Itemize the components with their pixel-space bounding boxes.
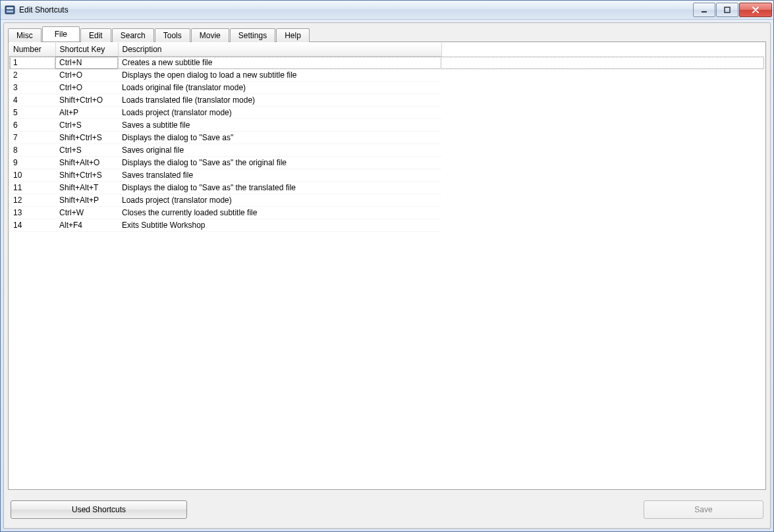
cell-description: Loads original file (translator mode) xyxy=(118,82,441,94)
cell-description: Loads project (translator mode) xyxy=(118,194,441,207)
column-header-shortcut[interactable]: Shortcut Key xyxy=(55,43,118,57)
cell-description: Creates a new subtitle file xyxy=(118,57,441,69)
cell-number: 14 xyxy=(9,219,55,232)
cell-shortcut: Ctrl+N xyxy=(55,57,118,69)
tab-panel: Number Shortcut Key Description 1Ctrl+NC… xyxy=(8,41,766,490)
cell-number: 9 xyxy=(9,157,55,169)
cell-number: 1 xyxy=(9,57,55,69)
cell-number: 6 xyxy=(9,119,55,132)
cell-description: Saves translated file xyxy=(118,169,441,182)
cell-shortcut: Ctrl+O xyxy=(55,82,118,94)
table-row[interactable]: 6Ctrl+SSaves a subtitle file xyxy=(9,119,765,132)
cell-number: 10 xyxy=(9,169,55,182)
table-row[interactable]: 9Shift+Alt+ODisplays the dialog to "Save… xyxy=(9,157,765,169)
table-row[interactable]: 4Shift+Ctrl+OLoads translated file (tran… xyxy=(9,94,765,107)
used-shortcuts-button[interactable]: Used Shortcuts xyxy=(11,500,187,519)
cell-description: Closes the currently loaded subtitle fil… xyxy=(118,207,441,219)
cell-number: 11 xyxy=(9,182,55,194)
table-row[interactable]: 1Ctrl+NCreates a new subtitle file xyxy=(9,57,765,69)
svg-rect-2 xyxy=(7,11,13,13)
cell-description: Saves a subtitle file xyxy=(118,119,441,132)
close-button[interactable] xyxy=(739,3,772,17)
cell-number: 4 xyxy=(9,94,55,107)
cell-description: Displays the dialog to "Save as" xyxy=(118,132,441,144)
cell-shortcut: Alt+P xyxy=(55,107,118,119)
table-row[interactable]: 13Ctrl+WCloses the currently loaded subt… xyxy=(9,207,765,219)
cell-description: Loads project (translator mode) xyxy=(118,107,441,119)
shortcuts-grid[interactable]: Number Shortcut Key Description 1Ctrl+NC… xyxy=(9,43,765,489)
cell-shortcut: Shift+Alt+O xyxy=(55,157,118,169)
tab-movie[interactable]: Movie xyxy=(191,28,229,42)
cell-number: 2 xyxy=(9,69,55,82)
app-icon xyxy=(5,5,15,15)
svg-rect-1 xyxy=(7,7,13,9)
maximize-button[interactable] xyxy=(716,3,738,17)
cell-shortcut: Shift+Alt+T xyxy=(55,182,118,194)
table-row[interactable]: 3Ctrl+OLoads original file (translator m… xyxy=(9,82,765,94)
table-header-row: Number Shortcut Key Description xyxy=(9,43,765,57)
cell-description: Displays the dialog to "Save as" the ori… xyxy=(118,157,441,169)
cell-shortcut: Ctrl+S xyxy=(55,119,118,132)
svg-rect-3 xyxy=(702,11,707,13)
table-row[interactable]: 7Shift+Ctrl+SDisplays the dialog to "Sav… xyxy=(9,132,765,144)
cell-description: Exits Subtitle Workshop xyxy=(118,219,441,232)
column-header-number[interactable]: Number xyxy=(9,43,55,57)
table-row[interactable]: 5Alt+PLoads project (translator mode) xyxy=(9,107,765,119)
cell-shortcut: Ctrl+S xyxy=(55,144,118,157)
tab-bar: MiscFileEditSearchToolsMovieSettingsHelp xyxy=(8,26,766,41)
minimize-button[interactable] xyxy=(693,3,715,17)
table-row[interactable]: 11Shift+Alt+TDisplays the dialog to "Sav… xyxy=(9,182,765,194)
table-row[interactable]: 12Shift+Alt+PLoads project (translator m… xyxy=(9,194,765,207)
client-area: MiscFileEditSearchToolsMovieSettingsHelp… xyxy=(3,22,771,529)
cell-shortcut: Ctrl+W xyxy=(55,207,118,219)
cell-description: Displays the dialog to "Save as" the tra… xyxy=(118,182,441,194)
footer: Used Shortcuts Save xyxy=(8,490,766,524)
cell-number: 7 xyxy=(9,132,55,144)
window-title: Edit Shortcuts xyxy=(19,5,69,14)
cell-shortcut: Alt+F4 xyxy=(55,219,118,232)
cell-description: Loads translated file (translator mode) xyxy=(118,94,441,107)
svg-rect-4 xyxy=(725,7,730,13)
tab-tools[interactable]: Tools xyxy=(155,28,190,42)
cell-shortcut: Shift+Ctrl+S xyxy=(55,169,118,182)
tab-search[interactable]: Search xyxy=(112,28,154,42)
tab-edit[interactable]: Edit xyxy=(80,28,111,42)
table-row[interactable]: 14Alt+F4Exits Subtitle Workshop xyxy=(9,219,765,232)
save-button[interactable]: Save xyxy=(644,500,763,519)
cell-number: 12 xyxy=(9,194,55,207)
svg-rect-0 xyxy=(5,6,14,14)
table-row[interactable]: 2Ctrl+ODisplays the open dialog to load … xyxy=(9,69,765,82)
column-header-description[interactable]: Description xyxy=(118,43,441,57)
table-row[interactable]: 8Ctrl+SSaves original file xyxy=(9,144,765,157)
cell-shortcut: Shift+Alt+P xyxy=(55,194,118,207)
shortcuts-table: Number Shortcut Key Description 1Ctrl+NC… xyxy=(9,43,765,232)
cell-description: Saves original file xyxy=(118,144,441,157)
cell-shortcut: Ctrl+O xyxy=(55,69,118,82)
tab-settings[interactable]: Settings xyxy=(230,28,275,42)
window-controls xyxy=(692,3,772,17)
tab-misc[interactable]: Misc xyxy=(8,28,41,42)
cell-number: 5 xyxy=(9,107,55,119)
cell-number: 8 xyxy=(9,144,55,157)
cell-number: 13 xyxy=(9,207,55,219)
tab-help[interactable]: Help xyxy=(276,28,310,42)
tab-file[interactable]: File xyxy=(42,26,80,41)
table-row[interactable]: 10Shift+Ctrl+SSaves translated file xyxy=(9,169,765,182)
cell-number: 3 xyxy=(9,82,55,94)
window-frame: Edit Shortcuts MiscFileEditSearchToolsMo… xyxy=(0,0,774,532)
cell-shortcut: Shift+Ctrl+S xyxy=(55,132,118,144)
cell-description: Displays the open dialog to load a new s… xyxy=(118,69,441,82)
titlebar[interactable]: Edit Shortcuts xyxy=(1,1,773,20)
cell-shortcut: Shift+Ctrl+O xyxy=(55,94,118,107)
